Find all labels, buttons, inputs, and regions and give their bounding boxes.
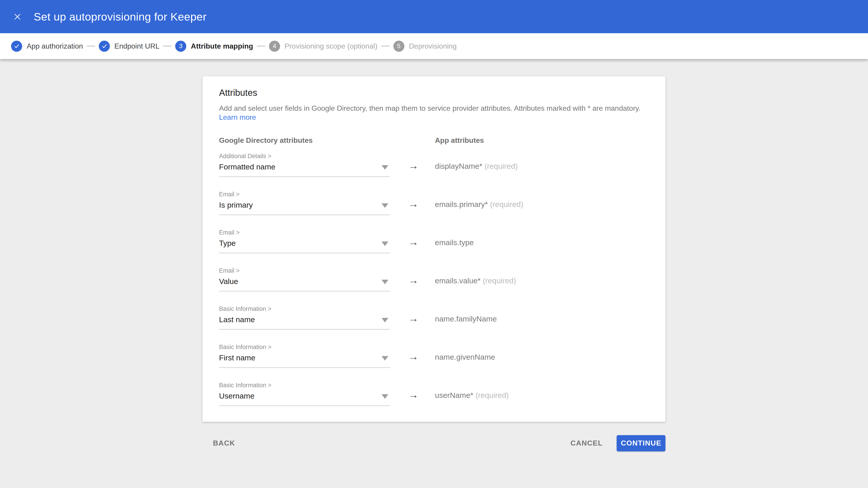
maps-to-arrow-icon: → xyxy=(408,199,419,209)
app-attribute-value: emails.value* (required) xyxy=(435,276,516,285)
selected-attribute-value: Type xyxy=(219,239,390,248)
step-connector xyxy=(381,46,390,46)
step-connector xyxy=(87,46,95,46)
card-title: Attributes xyxy=(219,88,649,98)
dropdown-arrow-icon[interactable] xyxy=(381,394,388,399)
app-attribute-name: emails.value* xyxy=(435,276,480,285)
directory-attribute-select[interactable]: Basic Information > Last name xyxy=(219,305,390,330)
app-attribute-name: name.familyName xyxy=(435,315,497,323)
maps-to-arrow-icon: → xyxy=(408,351,419,362)
step-label: Endpoint URL xyxy=(114,42,159,51)
app-attribute-value: displayName* (required) xyxy=(435,162,518,170)
attribute-category-label: Email > xyxy=(219,267,390,274)
step-connector xyxy=(163,46,172,46)
directory-attribute-select[interactable]: Email > Is primary xyxy=(219,191,390,215)
check-icon xyxy=(99,41,110,52)
selected-attribute-value: Formatted name xyxy=(219,162,390,171)
select-underline xyxy=(219,215,390,215)
cancel-button[interactable]: CANCEL xyxy=(565,434,609,452)
stepper-step-provisioning-scope: 4 Provisioning scope (optional) xyxy=(269,41,377,52)
selected-attribute-value: First name xyxy=(219,353,390,362)
selected-attribute-value: Is primary xyxy=(219,201,390,209)
app-attribute-name: emails.type xyxy=(435,238,474,247)
maps-to-arrow-icon: → xyxy=(408,275,419,285)
directory-attribute-select[interactable]: Additional Details > Formatted name xyxy=(219,153,390,177)
required-note: (required) xyxy=(480,276,516,285)
stepper-step-attribute-mapping[interactable]: 3 Attribute mapping xyxy=(175,41,253,52)
step-label: App authorization xyxy=(27,42,83,51)
app-attribute-name: userName* xyxy=(435,391,473,399)
attribute-mapping-row: Email > Type → emails.type xyxy=(219,229,649,253)
step-number-badge: 4 xyxy=(269,41,280,52)
column-header-app-attributes: App attributes xyxy=(435,136,484,144)
attribute-category-label: Email > xyxy=(219,191,390,198)
attribute-mapping-row: Basic Information > Last name → name.fam… xyxy=(219,305,649,330)
selected-attribute-value: Username xyxy=(219,392,390,400)
attribute-category-label: Basic Information > xyxy=(219,382,390,389)
dropdown-arrow-icon[interactable] xyxy=(381,318,388,322)
attribute-category-label: Basic Information > xyxy=(219,305,390,313)
attribute-mapping-row: Basic Information > Username → userName*… xyxy=(219,382,649,406)
select-underline xyxy=(219,253,390,253)
check-icon xyxy=(11,41,22,52)
step-label: Deprovisioning xyxy=(409,42,457,51)
learn-more-link[interactable]: Learn more xyxy=(219,113,256,121)
step-label: Attribute mapping xyxy=(191,42,253,51)
attribute-mapping-row: Basic Information > First name → name.gi… xyxy=(219,344,649,368)
stepper-step-endpoint-url[interactable]: Endpoint URL xyxy=(99,41,159,52)
dropdown-arrow-icon[interactable] xyxy=(381,280,388,284)
attribute-category-label: Email > xyxy=(219,229,390,236)
select-underline xyxy=(219,291,390,291)
directory-attribute-select[interactable]: Basic Information > First name xyxy=(219,344,390,368)
attribute-mapping-row: Email > Is primary → emails.primary* (re… xyxy=(219,191,649,215)
dropdown-arrow-icon[interactable] xyxy=(381,241,388,246)
maps-to-arrow-icon: → xyxy=(408,237,419,247)
column-header-google-directory: Google Directory attributes xyxy=(219,136,390,144)
directory-attribute-select[interactable]: Basic Information > Username xyxy=(219,382,390,406)
attribute-mapping-row: Email > Value → emails.value* (required) xyxy=(219,267,649,291)
main-content-area: Attributes Add and select user fields in… xyxy=(0,59,868,452)
back-button[interactable]: BACK xyxy=(207,434,241,452)
app-attribute-name: displayName* xyxy=(435,162,483,170)
attributes-card: Attributes Add and select user fields in… xyxy=(203,76,665,422)
column-headers: Google Directory attributes App attribut… xyxy=(219,136,649,144)
maps-to-arrow-icon: → xyxy=(408,313,419,324)
step-number-badge: 5 xyxy=(393,41,404,52)
required-note: (required) xyxy=(483,162,518,170)
attribute-category-label: Additional Details > xyxy=(219,153,390,160)
directory-attribute-select[interactable]: Email > Type xyxy=(219,229,390,253)
app-attribute-name: emails.primary* xyxy=(435,200,488,208)
app-attribute-value: emails.primary* (required) xyxy=(435,200,523,209)
step-number-badge: 3 xyxy=(175,41,186,52)
step-connector xyxy=(257,46,266,46)
stepper-step-app-authorization[interactable]: App authorization xyxy=(11,41,83,52)
app-attribute-name: name.givenName xyxy=(435,353,495,361)
maps-to-arrow-icon: → xyxy=(408,160,419,171)
required-note: (required) xyxy=(473,391,509,399)
card-description-text: Add and select user fields in Google Dir… xyxy=(219,104,641,112)
wizard-footer: BACK CANCEL CONTINUE xyxy=(203,434,665,452)
continue-button[interactable]: CONTINUE xyxy=(617,435,665,451)
app-attribute-value: userName* (required) xyxy=(435,391,509,400)
select-underline xyxy=(219,176,390,177)
directory-attribute-select[interactable]: Email > Value xyxy=(219,267,390,291)
dialog-title: Set up autoprovisioning for Keeper xyxy=(34,10,207,23)
dropdown-arrow-icon[interactable] xyxy=(381,356,388,361)
selected-attribute-value: Value xyxy=(219,277,390,286)
app-attribute-value: name.familyName xyxy=(435,315,497,323)
selected-attribute-value: Last name xyxy=(219,315,390,324)
dialog-header: Set up autoprovisioning for Keeper xyxy=(0,0,868,33)
app-attribute-value: emails.type xyxy=(435,238,474,247)
attribute-category-label: Basic Information > xyxy=(219,344,390,351)
dropdown-arrow-icon[interactable] xyxy=(381,203,388,208)
select-underline xyxy=(219,329,390,330)
wizard-stepper: App authorization Endpoint URL 3 Attribu… xyxy=(0,33,868,59)
required-note: (required) xyxy=(488,200,523,208)
close-icon[interactable] xyxy=(10,9,25,24)
step-label: Provisioning scope (optional) xyxy=(285,42,377,51)
select-underline xyxy=(219,405,390,406)
app-attribute-value: name.givenName xyxy=(435,353,495,361)
attribute-mapping-row: Additional Details > Formatted name → di… xyxy=(219,153,649,177)
card-description: Add and select user fields in Google Dir… xyxy=(219,104,649,122)
dropdown-arrow-icon[interactable] xyxy=(381,165,388,170)
